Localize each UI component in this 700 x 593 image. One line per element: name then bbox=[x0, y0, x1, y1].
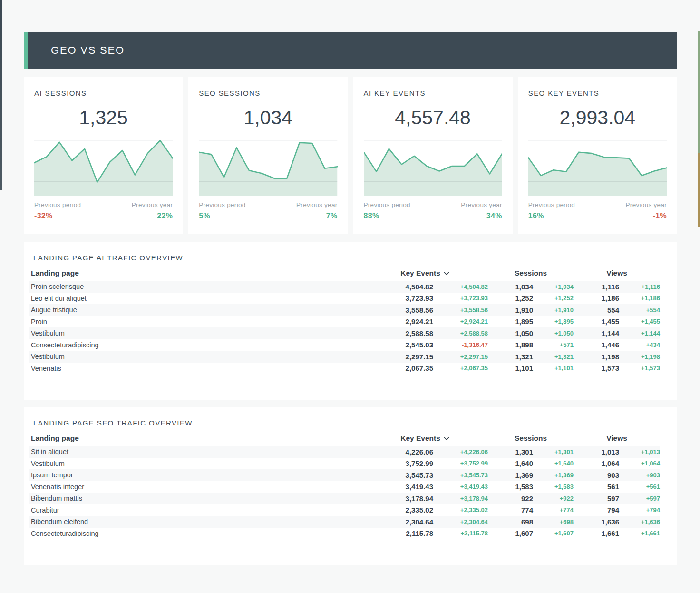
table-title: LANDING PAGE SEO TRAFIC OVERVIEW bbox=[29, 419, 660, 427]
column-header-views[interactable]: Views bbox=[574, 434, 660, 443]
landing-page-name: Proin scelerisque bbox=[29, 283, 362, 290]
views-delta: +1,661 bbox=[619, 530, 660, 537]
key-events-value: 2,115.78 bbox=[362, 529, 433, 537]
kpi-title: AI KEY EVENTS bbox=[364, 89, 502, 97]
sessions-delta: +1,640 bbox=[533, 460, 574, 467]
views-delta: +1,573 bbox=[619, 365, 660, 372]
previous-year-value: 7% bbox=[296, 212, 337, 220]
key-events-delta: +3,752.99 bbox=[433, 460, 488, 467]
sessions-delta: +1,321 bbox=[533, 353, 574, 360]
views-delta: +554 bbox=[619, 306, 660, 314]
column-header-landing-page[interactable]: Landing page bbox=[29, 434, 362, 443]
landing-page-name: Vestibulum bbox=[29, 329, 362, 337]
key-events-value: 2,545.03 bbox=[362, 341, 433, 349]
sessions-value: 1,301 bbox=[488, 448, 533, 456]
sessions-delta: +1,101 bbox=[533, 365, 574, 372]
kpi-value: 4,557.48 bbox=[364, 107, 502, 129]
views-value: 561 bbox=[574, 483, 619, 491]
key-events-delta: +2,335.02 bbox=[433, 506, 488, 514]
key-events-value: 2,588.58 bbox=[362, 329, 433, 337]
key-events-delta: +2,115.78 bbox=[433, 530, 488, 537]
table-body: Sit in aliquet 4,226.06 +4,226.06 1,301 … bbox=[29, 446, 660, 539]
views-value: 1,573 bbox=[574, 364, 619, 372]
views-delta: +1,455 bbox=[619, 318, 660, 325]
key-events-delta: +2,924.21 bbox=[433, 318, 488, 325]
landing-page-name: Venenatis integer bbox=[29, 483, 362, 491]
sessions-delta: +1,895 bbox=[533, 318, 574, 325]
views-value: 1,198 bbox=[574, 353, 619, 361]
key-events-value: 2,924.21 bbox=[362, 317, 433, 326]
previous-year-block: Previous year -1% bbox=[626, 201, 667, 220]
kpi-card: AI SESSIONS 1,325 Previous period -32% P… bbox=[24, 77, 183, 234]
key-events-delta: +4,504.82 bbox=[433, 283, 488, 290]
table-title: LANDING PAGE AI TRAFIC OVERVIEW bbox=[29, 254, 660, 262]
key-events-value: 2,297.15 bbox=[362, 353, 433, 361]
report-header: GEO VS SEO bbox=[24, 32, 677, 69]
key-events-delta: +3,545.73 bbox=[433, 472, 488, 479]
kpi-sparkline-chart bbox=[34, 140, 173, 196]
column-header-key-events[interactable]: Key Events bbox=[362, 434, 488, 443]
views-delta: +1,144 bbox=[619, 330, 660, 337]
table-row: Proin 2,924.21 +2,924.21 1,895 +1,895 1,… bbox=[29, 316, 660, 328]
sessions-delta: +1,252 bbox=[533, 295, 574, 302]
table-card: LANDING PAGE SEO TRAFIC OVERVIEW Landing… bbox=[24, 407, 677, 565]
sessions-value: 774 bbox=[488, 506, 533, 514]
landing-page-name: Consecteturadipiscing bbox=[29, 530, 362, 537]
views-value: 794 bbox=[574, 506, 619, 514]
column-header-sessions[interactable]: Sessions bbox=[488, 434, 574, 443]
column-header-key-events[interactable]: Key Events bbox=[362, 269, 488, 277]
column-header-key-events-label: Key Events bbox=[400, 434, 440, 443]
kpi-comparisons: Previous period 88% Previous year 34% bbox=[364, 201, 502, 220]
views-value: 1,661 bbox=[574, 529, 619, 537]
views-delta: +1,116 bbox=[619, 283, 660, 290]
previous-year-label: Previous year bbox=[461, 201, 502, 208]
views-delta: +1,198 bbox=[619, 353, 660, 360]
column-header-sessions[interactable]: Sessions bbox=[488, 269, 574, 277]
key-events-value: 3,419.43 bbox=[362, 483, 433, 491]
column-header-landing-page[interactable]: Landing page bbox=[29, 269, 362, 277]
views-value: 1,636 bbox=[574, 518, 619, 526]
views-delta: +597 bbox=[619, 495, 660, 502]
sessions-value: 1,607 bbox=[488, 529, 533, 537]
landing-page-name: Augue tristique bbox=[29, 306, 362, 314]
views-value: 903 bbox=[574, 471, 619, 479]
views-delta: +561 bbox=[619, 483, 660, 490]
table-header-row: Landing page Key Events Sessions Views bbox=[29, 433, 660, 446]
previous-period-block: Previous period -32% bbox=[34, 201, 81, 220]
views-value: 1,455 bbox=[574, 317, 619, 326]
table-row: Vestibulum 2,297.15 +2,297.15 1,321 +1,3… bbox=[29, 351, 660, 363]
previous-period-value: 5% bbox=[199, 212, 245, 220]
kpi-cards-section: AI SESSIONS 1,325 Previous period -32% P… bbox=[24, 77, 677, 234]
views-delta: +1,064 bbox=[619, 460, 660, 467]
tables-section: LANDING PAGE AI TRAFIC OVERVIEW Landing … bbox=[24, 242, 677, 565]
sessions-delta: +1,034 bbox=[533, 283, 574, 290]
kpi-title: SEO SESSIONS bbox=[199, 89, 337, 97]
views-delta: +434 bbox=[619, 341, 660, 348]
landing-page-name: Bibendum mattis bbox=[29, 494, 362, 502]
previous-period-label: Previous period bbox=[34, 201, 81, 208]
sessions-delta: +1,583 bbox=[533, 483, 574, 490]
key-events-value: 3,723.93 bbox=[362, 294, 433, 302]
previous-period-value: 16% bbox=[528, 212, 575, 220]
left-edge-strip bbox=[0, 0, 2, 190]
table-row: Augue tristique 3,558.56 +3,558.56 1,910… bbox=[29, 304, 660, 316]
previous-period-label: Previous period bbox=[528, 201, 575, 208]
column-header-key-events-label: Key Events bbox=[400, 269, 440, 277]
views-value: 1,064 bbox=[574, 459, 619, 467]
sessions-value: 1,101 bbox=[488, 364, 533, 372]
views-delta: +794 bbox=[619, 506, 660, 514]
views-value: 1,116 bbox=[574, 283, 619, 291]
table-row: Proin scelerisque 4,504.82 +4,504.82 1,0… bbox=[29, 281, 660, 293]
header-accent-bar bbox=[24, 32, 28, 69]
previous-period-block: Previous period 88% bbox=[364, 201, 410, 220]
landing-page-name: Leo elit dui aliquet bbox=[29, 295, 362, 302]
sessions-value: 1,369 bbox=[488, 471, 533, 479]
views-value: 1,144 bbox=[574, 329, 619, 337]
previous-year-label: Previous year bbox=[626, 201, 667, 208]
column-header-views[interactable]: Views bbox=[574, 269, 660, 277]
kpi-card: SEO KEY EVENTS 2,993.04 Previous period … bbox=[518, 77, 677, 234]
sessions-delta: +1,301 bbox=[533, 448, 574, 455]
sessions-value: 1,895 bbox=[488, 317, 533, 326]
sessions-value: 1,583 bbox=[488, 483, 533, 491]
key-events-delta: +3,178.94 bbox=[433, 495, 488, 502]
